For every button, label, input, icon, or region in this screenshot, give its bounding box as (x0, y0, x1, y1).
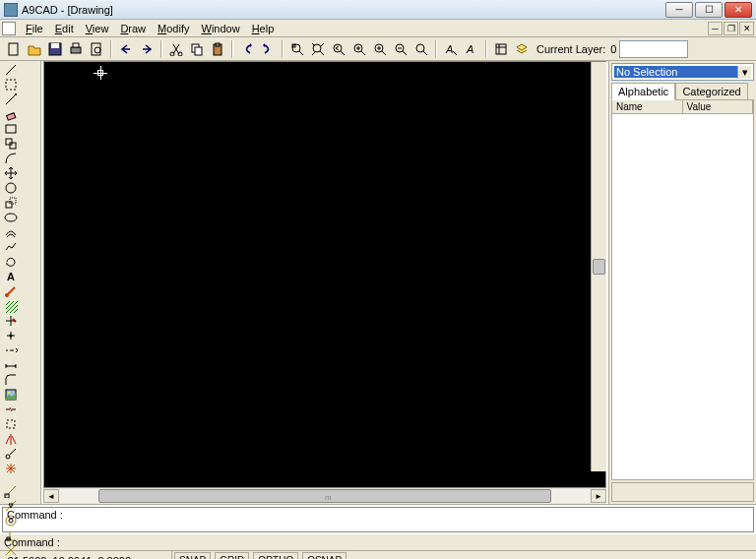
statusbar: -21,5602, 19,6941, 0,0000 SNAP GRID ORTH… (0, 550, 756, 559)
image-tool[interactable] (1, 387, 21, 402)
redo-button[interactable] (137, 39, 157, 59)
selection-dropdown[interactable]: No Selection ▾ (611, 63, 754, 81)
preview-button[interactable] (87, 39, 106, 59)
text-tool[interactable]: A (1, 269, 21, 283)
menu-edit[interactable]: Edit (49, 22, 80, 35)
command-log-line: Command : (7, 509, 749, 521)
zoom-in-button[interactable] (370, 39, 390, 59)
pan-button[interactable] (411, 39, 431, 59)
paste-button[interactable] (208, 39, 227, 59)
trim-tool[interactable] (1, 313, 21, 328)
undo-button[interactable] (116, 39, 136, 59)
zoom-out-button[interactable] (391, 39, 410, 59)
text-button[interactable]: A (462, 39, 481, 59)
close-button[interactable]: ✕ (724, 2, 752, 18)
menu-view[interactable]: View (80, 22, 115, 35)
copy-tool[interactable] (1, 136, 21, 151)
tab-alphabetic[interactable]: Alphabetic (611, 83, 675, 100)
minimize-button[interactable]: ─ (665, 2, 693, 18)
svg-rect-10 (195, 47, 202, 55)
horizontal-scrollbar[interactable]: ◄ m ► (43, 488, 606, 504)
break-tool[interactable] (1, 402, 21, 416)
point-tool[interactable] (1, 328, 21, 342)
back-button[interactable] (237, 39, 257, 59)
mdi-close-button[interactable]: ✕ (739, 22, 754, 35)
svg-point-13 (292, 44, 300, 52)
ray-tool[interactable] (1, 92, 21, 106)
tab-categorized[interactable]: Categorized (675, 83, 747, 100)
zoom-previous-button[interactable] (329, 39, 348, 59)
ortho-toggle[interactable]: ORTHO (253, 552, 298, 559)
offset-tool[interactable] (1, 224, 21, 239)
mirror-tool[interactable] (1, 431, 21, 446)
explode-tool[interactable] (1, 461, 21, 475)
properties-grid[interactable]: Name Value (611, 99, 754, 480)
menu-window[interactable]: Window (195, 22, 245, 35)
new-button[interactable] (4, 39, 24, 59)
extend-tool[interactable] (1, 342, 21, 357)
layer-dropdown[interactable] (619, 40, 688, 58)
maximize-button[interactable]: ☐ (695, 2, 723, 18)
forward-button[interactable] (258, 39, 278, 59)
command-log[interactable]: Command : (2, 507, 754, 532)
svg-rect-32 (10, 198, 16, 204)
print-button[interactable] (66, 39, 86, 59)
cut-button[interactable] (166, 39, 186, 59)
ellipse-tool[interactable] (1, 210, 21, 224)
column-value: Value (683, 100, 754, 113)
pointpick-tool[interactable] (1, 446, 21, 461)
grid-toggle[interactable]: GRID (215, 552, 249, 559)
svg-rect-29 (10, 143, 16, 149)
snap-endpoint-tool[interactable] (1, 483, 21, 498)
osnap-toggle[interactable]: OSNAP (302, 552, 346, 559)
rectangle-tool[interactable] (1, 121, 21, 136)
svg-text:A: A (466, 43, 473, 55)
current-layer-label: Current Layer: (536, 43, 605, 55)
drawing-canvas[interactable] (43, 61, 606, 488)
svg-point-20 (416, 44, 424, 52)
mdi-restore-button[interactable]: ❐ (724, 22, 738, 35)
save-button[interactable] (45, 39, 65, 59)
vertical-scrollbar[interactable] (591, 62, 606, 471)
arc-tool[interactable] (1, 151, 21, 165)
properties-button[interactable] (491, 39, 511, 59)
svg-rect-5 (92, 43, 100, 55)
scroll-right-button[interactable]: ► (591, 489, 606, 503)
panel-spacer (611, 482, 754, 502)
snap-toggle[interactable]: SNAP (174, 552, 211, 559)
polyline-tool[interactable] (1, 239, 21, 254)
command-prompt: Command : (4, 536, 60, 548)
menu-modify[interactable]: Modify (152, 22, 195, 35)
line-tool[interactable] (1, 62, 21, 77)
zoom-window-button[interactable] (287, 39, 307, 59)
menu-help[interactable]: Help (246, 22, 281, 35)
menu-file[interactable]: File (20, 22, 49, 35)
erase-tool[interactable] (1, 106, 21, 121)
svg-rect-2 (51, 43, 59, 48)
rotate-tool[interactable] (1, 254, 21, 269)
crosshair-cursor (94, 66, 107, 80)
zoom-extents-button[interactable] (308, 39, 328, 59)
zoom-realtime-button[interactable] (349, 39, 369, 59)
mdi-minimize-button[interactable]: ─ (708, 22, 723, 35)
layers-button[interactable] (512, 39, 532, 59)
command-line[interactable]: Command : (0, 534, 756, 550)
open-button[interactable] (25, 39, 44, 59)
match-tool[interactable] (1, 283, 21, 298)
copy-button[interactable] (187, 39, 207, 59)
hatch-tool[interactable] (1, 298, 21, 313)
fillet-tool[interactable] (1, 372, 21, 387)
scroll-left-button[interactable]: ◄ (43, 489, 59, 503)
region-tool[interactable] (1, 416, 21, 431)
window-title: A9CAD - [Drawing] (22, 4, 665, 16)
svg-rect-3 (71, 47, 81, 53)
select-window-tool[interactable] (1, 77, 21, 92)
text-style-button[interactable]: A (441, 39, 461, 59)
document-icon (2, 22, 16, 35)
dimension-tool[interactable] (1, 357, 21, 372)
menu-draw[interactable]: Draw (114, 22, 152, 35)
move-tool[interactable] (1, 165, 21, 180)
scale-tool[interactable] (1, 195, 21, 210)
svg-rect-26 (7, 112, 16, 119)
circle-tool[interactable] (1, 180, 21, 195)
